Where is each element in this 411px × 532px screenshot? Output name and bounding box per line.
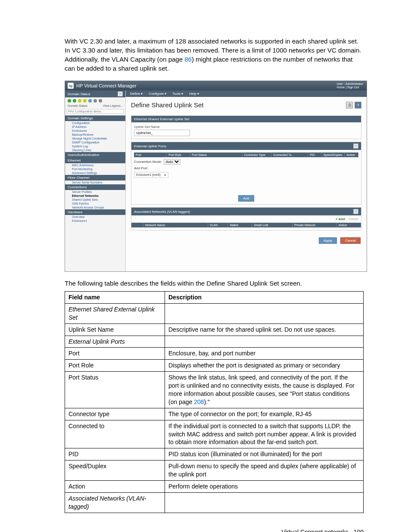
menu-item[interactable]: Define ▾ <box>130 92 143 96</box>
view-legend-link[interactable]: View Legend... <box>103 104 123 107</box>
domain-status-header: Domain Status – <box>65 90 125 97</box>
search-input[interactable] <box>67 109 124 114</box>
sidebar-item[interactable]: IP Address <box>65 125 125 129</box>
sidebar-group-header[interactable]: Connections <box>65 184 125 190</box>
panel-external-uplink-ports: External Uplink Ports – PortPort RolePor… <box>131 142 361 205</box>
sidebar-item[interactable]: Ethernet Networks <box>65 194 125 198</box>
th-description: Description <box>165 292 364 304</box>
sidebar-item[interactable]: Overview <box>65 215 125 219</box>
sidebar-item[interactable]: Enclosure1 <box>65 219 125 223</box>
column-header: Port <box>134 152 167 157</box>
app-title: HP Virtual Connect Manager <box>76 83 137 88</box>
sidebar-item[interactable]: Network Access Groups <box>65 205 125 209</box>
sidebar-item[interactable]: Backup/Restore <box>65 133 125 137</box>
sidebar-item[interactable]: Stacking Links <box>65 148 125 152</box>
menu-item[interactable]: Tools ▾ <box>172 92 183 96</box>
page-ref-link[interactable]: 208 <box>194 398 204 405</box>
associated-networks-header-row: Network NameVLANNativeSmart LinkPrivate … <box>131 223 361 227</box>
table-row: Connected toIf the individual port is co… <box>65 420 364 448</box>
apply-button[interactable]: Apply <box>319 237 337 244</box>
sidebar-item[interactable]: Storage Mgmt Credentials <box>65 137 125 140</box>
table-row: Port RoleDisplays whether the port is de… <box>65 360 364 372</box>
field-name-cell: Connector type <box>65 408 165 420</box>
sidebar-item[interactable]: Server Serial Numbers <box>65 180 125 184</box>
hp-logo-icon: hp <box>68 83 74 89</box>
table-row: Ethernet Shared External Uplink Set <box>65 303 364 324</box>
description-cell: PID status icon (illuminated or not illu… <box>165 448 364 460</box>
sidebar-item[interactable]: Port Monitoring <box>65 167 125 171</box>
sidebar-item[interactable]: Server Profiles <box>65 190 125 194</box>
column-header: Port Status <box>190 152 242 157</box>
status-info-icon <box>88 99 92 103</box>
sidebar-item[interactable]: Shared Uplink Sets <box>65 198 125 202</box>
sidebar-group-header[interactable]: Hardware <box>65 209 125 215</box>
cancel-button[interactable]: Cancel <box>340 237 361 244</box>
sidebar-group-header[interactable]: Fibre Channel <box>65 175 125 180</box>
table-row: ActionPerform delete operations <box>65 481 364 493</box>
description-cell: Displays whether the port is designated … <box>165 360 364 372</box>
uplink-ports-header-row: PortPort RolePort StatusConnector TypeCo… <box>134 152 358 157</box>
enclosure-picker[interactable]: Enclosure1 (enc0) ▸ <box>134 172 168 178</box>
sidebar-item[interactable]: System Log <box>65 144 125 148</box>
home-signout-links[interactable]: Home | Sign Out <box>337 86 363 89</box>
sidebar-item[interactable]: MAC Addresses <box>65 163 125 167</box>
status-unknown-icon <box>99 99 102 103</box>
sidebar-group-header[interactable]: Users/Authentication <box>65 152 125 158</box>
column-header: Private Network <box>293 223 337 227</box>
status-unknown-icon <box>93 99 97 103</box>
page-title: Define Shared Uplink Set <box>131 101 203 109</box>
panel1-title: Ethernet Shared External Uplink Set <box>134 117 190 121</box>
uplink-name-input[interactable] <box>134 130 190 136</box>
panel-uplink-set-name: Ethernet Shared External Uplink Set Upli… <box>131 115 361 139</box>
panel-associated-networks: Associated Networks (VLAN tagged) – + Ad… <box>131 207 361 230</box>
field-name-cell: Port <box>65 348 165 360</box>
print-icon[interactable]: ⎙ <box>346 102 353 109</box>
field-name-cell: Action <box>65 481 165 493</box>
delete-network-button[interactable]: Delete <box>349 217 358 221</box>
description-cell <box>165 492 364 513</box>
sidebar-item[interactable]: Enclosures <box>65 129 125 133</box>
column-header: VLAN <box>208 223 228 227</box>
field-description-table: Field name Description Ethernet Shared E… <box>65 291 364 513</box>
sidebar-item[interactable]: Configuration <box>65 121 125 125</box>
user-label: User : Administrator <box>337 82 363 86</box>
connection-mode-label: Connection Mode: <box>134 160 162 164</box>
add-network-button[interactable]: + Add <box>336 217 345 221</box>
footer-page-number: 100 <box>354 529 364 532</box>
column-header: Speed/Duplex <box>322 152 345 157</box>
main-panel: Define ▾Configure ▾Tools ▾Help ▾ Define … <box>126 90 367 271</box>
menu-item[interactable]: Help ▾ <box>189 92 199 96</box>
footer-section: Virtual Connect networks <box>282 529 349 532</box>
uplink-name-label: Uplink Set Name <box>134 125 358 129</box>
help-icon[interactable]: ? <box>355 102 361 109</box>
collapse-icon[interactable]: – <box>118 91 123 96</box>
sidebar-group-header[interactable]: Domain Settings <box>65 115 125 121</box>
domain-status-label: Domain Status <box>68 92 90 96</box>
sidebar-search[interactable] <box>67 109 124 114</box>
sidebar-group-header[interactable]: Ethernet <box>65 158 125 163</box>
field-name-cell: External Uplink Ports <box>65 336 165 348</box>
table-intro-text: The following table describes the fields… <box>65 279 364 288</box>
collapse-icon[interactable]: – <box>353 143 358 149</box>
add-button[interactable]: Add <box>238 195 254 202</box>
column-header: PID <box>308 152 321 157</box>
status-ok-icon <box>68 99 71 103</box>
status-icons-row <box>65 97 125 104</box>
field-name-cell: PID <box>65 448 165 460</box>
sidebar-item[interactable]: Advanced Settings <box>65 171 125 175</box>
menu-item[interactable]: Configure ▾ <box>149 92 166 96</box>
status-left-label: Domain Status <box>68 104 87 107</box>
sidebar-item[interactable]: SNMP Configuration <box>65 140 125 144</box>
column-header: Network Name <box>143 223 208 227</box>
connection-mode-select[interactable]: Auto <box>164 159 181 165</box>
sidebar-item[interactable]: SAN Fabrics <box>65 202 125 205</box>
status-warn-icon <box>83 99 87 103</box>
field-name-cell: Speed/Duplex <box>65 460 165 481</box>
column-header: Action <box>345 152 358 157</box>
collapse-icon[interactable]: – <box>353 209 358 214</box>
th-field-name: Field name <box>65 292 165 304</box>
page-footer: Virtual Connect networks 100 <box>65 529 364 532</box>
field-name-cell: Uplink Set Name <box>65 324 165 336</box>
panel2-title: External Uplink Ports <box>134 144 166 148</box>
intro-page-link[interactable]: 86 <box>184 56 192 63</box>
